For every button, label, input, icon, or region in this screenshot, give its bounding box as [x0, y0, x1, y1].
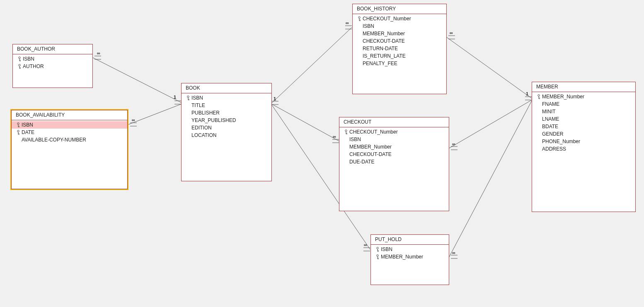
field-name: CHECKOUT_Number — [349, 129, 398, 135]
svg-point-54 — [345, 130, 347, 132]
field-name: ISBN — [191, 95, 203, 101]
field-name: ISBN — [22, 122, 33, 128]
table-title: MEMBER — [532, 82, 635, 92]
field-name: MEMBER_Number — [363, 31, 405, 37]
table-book[interactable]: BOOKISBNTITLEPUBLISHERYEAR_PUBLISHEDEDIT… — [181, 83, 272, 181]
table-field[interactable]: EDITION — [182, 124, 271, 132]
field-name: MEMBER_Number — [542, 94, 584, 100]
table-field[interactable]: YEAR_PUBLISHED — [182, 117, 271, 124]
table-title: BOOK_AUTHOR — [13, 44, 92, 54]
table-field[interactable]: GENDER — [532, 130, 635, 138]
field-name: PENALTY_FEE — [363, 61, 397, 66]
table-field[interactable]: MINIT — [532, 108, 635, 115]
cardinality-label: 1 — [274, 96, 276, 101]
svg-point-50 — [358, 17, 360, 18]
key-cell — [374, 254, 381, 259]
field-name: MINIT — [542, 109, 556, 115]
table-field[interactable]: LNAME — [532, 115, 635, 123]
table-field[interactable]: IS_RETURN_LATE — [353, 52, 446, 60]
table-field[interactable]: FNAME — [532, 100, 635, 108]
table-field[interactable]: MEMBER_Number — [532, 93, 635, 100]
table-field[interactable]: PENALTY_FEE — [353, 60, 446, 67]
svg-point-38 — [17, 123, 19, 124]
table-title: PUT_HOLD — [371, 235, 449, 245]
table-field[interactable]: CHECKOUT-DATE — [353, 37, 446, 45]
svg-line-24 — [449, 100, 532, 148]
table-field[interactable]: ISBN — [13, 55, 92, 63]
table-put-hold[interactable]: PUT_HOLDISBNMEMBER_Number — [370, 234, 449, 285]
table-field[interactable]: PUBLISHER — [182, 109, 271, 117]
svg-line-13 — [272, 104, 339, 141]
svg-line-27 — [449, 101, 532, 257]
table-field[interactable]: CHECKOUT-DATE — [339, 151, 449, 158]
svg-line-0 — [93, 58, 181, 102]
table-title: BOOK_HISTORY — [353, 4, 446, 14]
field-name: GENDER — [542, 131, 563, 137]
field-name: PUBLISHER — [191, 110, 220, 116]
table-field[interactable]: ISBN — [182, 94, 271, 102]
field-name: TITLE — [191, 102, 205, 108]
primary-key-icon — [344, 129, 348, 134]
table-field[interactable]: ADDRESS — [532, 145, 635, 153]
table-checkout[interactable]: CHECKOUTCHECKOUT_NumberISBNMEMBER_Number… — [339, 117, 449, 211]
table-field[interactable]: BDATE — [532, 123, 635, 130]
table-field[interactable]: PHONE_Number — [532, 138, 635, 145]
svg-point-30 — [19, 57, 20, 58]
key-cell — [185, 95, 191, 100]
svg-point-42 — [17, 130, 19, 132]
cardinality-label: ∞ — [97, 51, 100, 56]
svg-point-46 — [187, 96, 189, 97]
key-cell — [356, 16, 363, 21]
primary-key-icon — [17, 56, 22, 61]
relationship-diagram[interactable]: ∞ 1 ∞ 1 ∞ ∞ ∞ ∞ 1 ∞ ∞ BOOK_AUTHORISBNAUT… — [0, 0, 644, 307]
table-book-history[interactable]: BOOK_HISTORYCHECKOUT_NumberISBNMEMBER_Nu… — [352, 4, 447, 94]
svg-point-66 — [538, 95, 540, 96]
field-name: YEAR_PUBLISHED — [191, 117, 236, 123]
table-field[interactable]: CHECKOUT_Number — [339, 128, 449, 136]
table-field[interactable]: AUTHOR — [13, 63, 92, 70]
key-cell — [15, 122, 22, 127]
table-field[interactable]: CHECKOUT_Number — [353, 15, 446, 22]
table-field[interactable]: ISBN — [339, 136, 449, 143]
primary-key-icon — [357, 16, 361, 21]
table-field[interactable]: ISBN — [371, 246, 449, 253]
primary-key-icon — [17, 64, 22, 69]
table-field[interactable]: LOCATION — [182, 132, 271, 139]
table-field[interactable]: DUE-DATE — [339, 158, 449, 166]
table-field[interactable]: AVAILABLE-COPY-NUMBER — [12, 136, 127, 144]
table-field[interactable]: TITLE — [182, 102, 271, 109]
field-name: FNAME — [542, 101, 559, 107]
svg-line-19 — [447, 37, 532, 98]
table-field[interactable]: ISBN — [353, 22, 446, 30]
table-member[interactable]: MEMBERMEMBER_NumberFNAMEMINITLNAMEBDATEG… — [532, 82, 636, 212]
field-name: CHECKOUT-DATE — [349, 151, 392, 157]
field-name: DUE-DATE — [349, 159, 374, 165]
field-name: MEMBER_Number — [349, 144, 392, 150]
key-cell — [535, 94, 542, 99]
table-field[interactable]: MEMBER_Number — [371, 253, 449, 261]
field-name: ISBN — [363, 23, 374, 29]
table-field[interactable]: DATE — [12, 129, 127, 136]
field-name: MEMBER_Number — [381, 254, 423, 260]
table-title: BOOK_AVAILABILITY — [12, 110, 127, 120]
cardinality-label: ∞ — [364, 242, 367, 247]
table-field[interactable]: MEMBER_Number — [339, 143, 449, 151]
table-field[interactable]: RETURN-DATE — [353, 45, 446, 52]
table-field[interactable]: ISBN — [12, 121, 127, 129]
field-name: AUTHOR — [23, 63, 44, 69]
cardinality-label: 1 — [526, 91, 528, 96]
table-field[interactable]: MEMBER_Number — [353, 30, 446, 37]
field-name: ISBN — [349, 136, 361, 142]
primary-key-icon — [375, 254, 380, 259]
key-cell — [16, 56, 23, 61]
svg-point-62 — [377, 255, 378, 256]
table-book-availability[interactable]: BOOK_AVAILABILITYISBNDATEAVAILABLE-COPY-… — [11, 110, 128, 189]
field-name: DATE — [22, 129, 34, 135]
field-name: ISBN — [23, 56, 34, 62]
key-cell — [16, 64, 23, 69]
primary-key-icon — [16, 122, 20, 127]
cardinality-label: ∞ — [333, 134, 336, 139]
table-book-author[interactable]: BOOK_AUTHORISBNAUTHOR — [12, 44, 93, 88]
key-cell — [15, 130, 22, 135]
cardinality-label: ∞ — [450, 30, 453, 35]
